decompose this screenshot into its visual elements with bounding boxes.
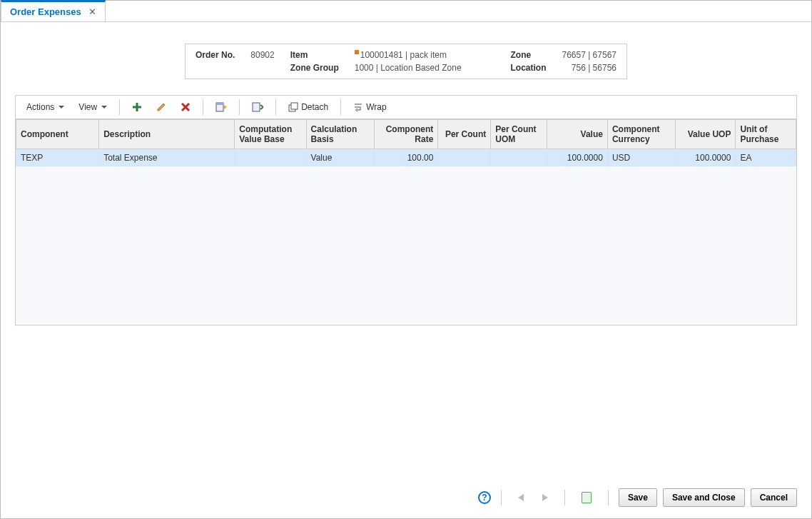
- help-icon[interactable]: ?: [478, 491, 491, 504]
- expenses-table: Component Description Computation Value …: [16, 119, 796, 166]
- cell-component-currency: USD: [607, 149, 675, 167]
- col-value[interactable]: Value: [547, 120, 607, 149]
- order-expenses-dialog: Order Expenses ✕ Order No. 80902 Item 10…: [0, 0, 812, 519]
- col-description[interactable]: Description: [99, 120, 235, 149]
- spreadsheet-export-icon: [215, 102, 227, 112]
- cell-calc-basis: Value: [306, 149, 374, 167]
- cell-component: TEXP: [16, 149, 99, 167]
- table-toolbar: Actions View: [15, 95, 797, 119]
- cell-per-count-uom: [491, 149, 547, 167]
- view-label: View: [78, 102, 97, 112]
- save-and-close-button[interactable]: Save and Close: [663, 488, 745, 507]
- actions-label: Actions: [26, 102, 54, 112]
- dialog-footer: ? Save Save and Close Cancel: [1, 481, 811, 518]
- detach-icon: [288, 102, 298, 112]
- location-label: Location: [510, 63, 546, 73]
- export-button[interactable]: [209, 99, 233, 116]
- cell-description: Total Expense: [99, 149, 235, 167]
- delete-button[interactable]: [174, 99, 197, 116]
- wrap-button[interactable]: Wrap: [347, 99, 392, 116]
- actions-menu[interactable]: Actions: [20, 99, 71, 116]
- order-info-panel: Order No. 80902 Item 100001481 | pack it…: [185, 44, 627, 79]
- arrow-right-icon: [542, 494, 548, 501]
- zone-group-label: Zone Group: [290, 63, 339, 73]
- table-header-row: Component Description Computation Value …: [16, 120, 796, 149]
- item-value: 100001481 | pack item: [355, 50, 495, 60]
- arrow-left-icon: [518, 494, 524, 501]
- col-calc-basis[interactable]: Calculation Basis: [306, 120, 374, 149]
- close-icon[interactable]: ✕: [88, 6, 96, 17]
- cell-unit-of-purchase: EA: [736, 149, 796, 167]
- notes-button[interactable]: [575, 488, 598, 507]
- edit-button[interactable]: [150, 99, 173, 116]
- cell-comp-value-base: [235, 149, 306, 167]
- wrap-icon: [353, 102, 363, 112]
- tab-order-expenses[interactable]: Order Expenses ✕: [1, 0, 106, 21]
- recalculate-button[interactable]: [245, 99, 270, 116]
- cancel-button[interactable]: Cancel: [751, 488, 797, 507]
- table-refresh-icon: [252, 102, 263, 112]
- prev-button[interactable]: [512, 490, 530, 505]
- chevron-down-icon: [59, 106, 64, 109]
- col-component-currency[interactable]: Component Currency: [607, 120, 675, 149]
- cell-value-uop: 100.0000: [675, 149, 735, 167]
- zone-group-value: 1000 | Location Based Zone: [355, 63, 495, 73]
- svg-rect-1: [216, 103, 223, 105]
- table-row[interactable]: TEXP Total Expense Value 100.00 100.0000…: [16, 149, 796, 167]
- tab-bar: Order Expenses ✕: [1, 1, 811, 22]
- col-comp-value-base[interactable]: Computation Value Base: [235, 120, 306, 149]
- item-marker-icon: [355, 50, 359, 54]
- svg-rect-4: [291, 103, 298, 109]
- plus-icon: [132, 102, 142, 112]
- location-value: 756 | 56756: [562, 63, 616, 73]
- expenses-table-container: Component Description Computation Value …: [15, 119, 797, 326]
- col-per-count-uom[interactable]: Per Count UOM: [491, 120, 547, 149]
- detach-button[interactable]: Detach: [282, 99, 335, 116]
- cell-value: 100.0000: [547, 149, 607, 167]
- item-label: Item: [290, 50, 339, 60]
- svg-rect-2: [253, 103, 260, 111]
- chevron-down-icon: [101, 106, 107, 109]
- zone-label: Zone: [510, 50, 546, 60]
- col-per-count[interactable]: Per Count: [438, 120, 491, 149]
- cell-per-count: [438, 149, 491, 167]
- save-button[interactable]: Save: [619, 488, 657, 507]
- order-no-label: Order No.: [196, 50, 235, 60]
- col-component-rate[interactable]: Component Rate: [374, 120, 438, 149]
- cell-component-rate: 100.00: [374, 149, 438, 167]
- order-no-value: 80902: [250, 50, 274, 60]
- document-icon: [582, 492, 592, 503]
- col-value-uop[interactable]: Value UOP: [675, 120, 735, 149]
- detach-label: Detach: [301, 102, 328, 112]
- add-button[interactable]: [126, 99, 148, 116]
- content-area: Order No. 80902 Item 100001481 | pack it…: [1, 22, 811, 481]
- zone-value: 76657 | 67567: [562, 50, 616, 60]
- tab-title: Order Expenses: [10, 6, 81, 17]
- next-button[interactable]: [536, 490, 554, 505]
- wrap-label: Wrap: [366, 102, 386, 112]
- col-component[interactable]: Component: [16, 120, 99, 149]
- x-icon: [181, 102, 191, 112]
- pencil-icon: [156, 102, 166, 112]
- col-unit-of-purchase[interactable]: Unit of Purchase: [736, 120, 796, 149]
- view-menu[interactable]: View: [72, 99, 113, 116]
